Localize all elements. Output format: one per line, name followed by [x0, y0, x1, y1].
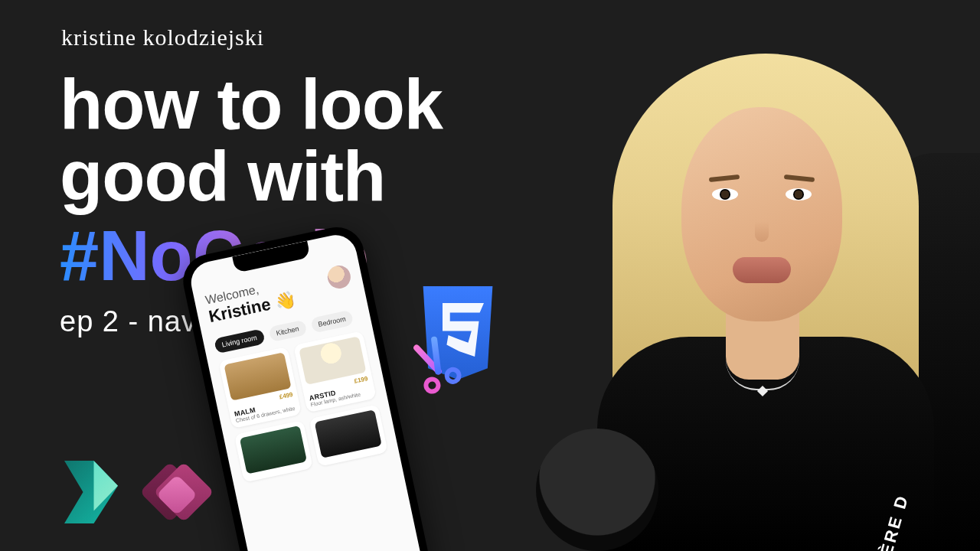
shirt-text: MANIÈRE D	[862, 492, 913, 551]
product-image	[240, 425, 307, 474]
author-signature: kristine kolodziejski	[61, 24, 264, 51]
presenter-torso	[597, 337, 934, 551]
product-card[interactable]	[234, 420, 313, 483]
necklace-icon	[726, 360, 799, 390]
title-line-2: good with	[60, 141, 550, 213]
nav-tab[interactable]: Bedroom	[310, 310, 354, 334]
gaming-chair	[888, 153, 980, 551]
nav-tab[interactable]: Living room	[214, 328, 265, 354]
product-card[interactable]: £499MALMChest of 6 drawers, white	[218, 347, 302, 429]
microphone-icon	[536, 429, 658, 551]
presenter-portrait: MANIÈRE D	[505, 0, 980, 551]
product-image	[315, 409, 382, 458]
platform-icons	[64, 461, 213, 523]
power-apps-icon	[145, 462, 213, 522]
product-card[interactable]: £199ARSTIDFloor lamp, ash/white	[293, 331, 377, 412]
product-grid: £499MALMChest of 6 drawers, white£199ARS…	[218, 331, 387, 482]
product-card[interactable]	[309, 404, 387, 467]
css-scissors-graphic	[412, 286, 504, 393]
title-line-1: how to look	[60, 69, 550, 141]
power-pages-icon	[64, 461, 118, 523]
phone-notch	[232, 241, 310, 273]
nav-tab[interactable]: Kitchen	[268, 320, 307, 343]
presenter-face	[681, 107, 842, 321]
